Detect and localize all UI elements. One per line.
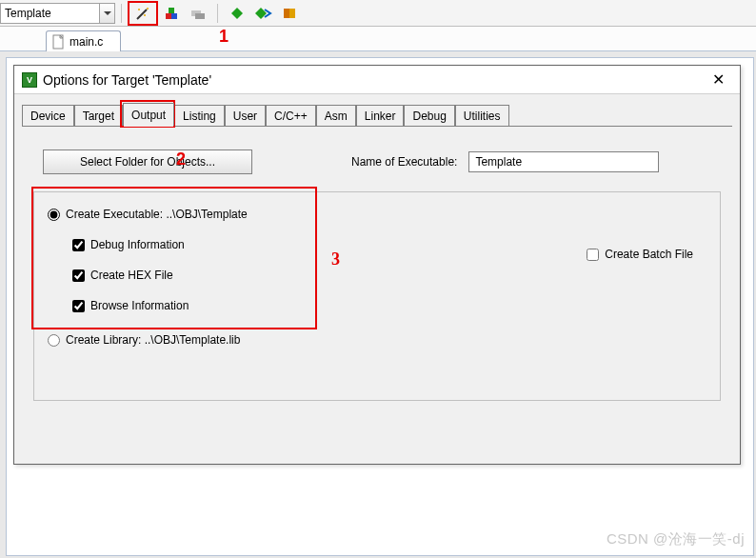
- browse-information-label: Browse Information: [90, 299, 189, 312]
- tab-debug[interactable]: Debug: [404, 105, 454, 126]
- options-for-target-button[interactable]: [128, 1, 158, 26]
- toolbar-separator: [121, 4, 122, 23]
- insert-file-button[interactable]: [228, 4, 247, 23]
- app-icon: V: [22, 72, 37, 88]
- manage-components-button[interactable]: [162, 4, 181, 23]
- svg-point-2: [138, 9, 140, 10]
- annotation-2: 2: [176, 149, 186, 169]
- dialog-tabs: Device Target Output Listing User C/C++ …: [22, 104, 732, 127]
- tab-linker[interactable]: Linker: [356, 105, 405, 126]
- green-diamond-icon: [229, 6, 245, 21]
- manage-rtos-button[interactable]: [189, 4, 208, 23]
- radio-create-executable[interactable]: Create Executable: ..\OBJ\Template: [48, 204, 706, 225]
- tab-device[interactable]: Device: [22, 105, 74, 126]
- magic-wand-icon: [134, 5, 151, 22]
- create-hex-checkbox[interactable]: [72, 269, 85, 282]
- tab-asm[interactable]: Asm: [316, 105, 356, 126]
- green-diamond-arrow-icon: [255, 6, 272, 21]
- close-button[interactable]: ✕: [704, 69, 732, 91]
- target-combo-text: Template: [5, 7, 51, 20]
- svg-point-1: [147, 8, 149, 10]
- editor-area: V Options for Target 'Template' ✕ Device…: [0, 51, 756, 558]
- download-button[interactable]: [281, 4, 300, 23]
- layers-icon: [189, 5, 207, 22]
- file-tab-main-c[interactable]: main.c: [46, 30, 121, 51]
- create-hex-label: Create HEX File: [90, 269, 173, 282]
- create-library-label: Create Library: ..\OBJ\Template.lib: [66, 333, 240, 347]
- dialog-titlebar: V Options for Target 'Template' ✕: [14, 66, 740, 94]
- stacked-blocks-icon: [163, 5, 180, 22]
- output-row1: Select Folder for Objects... Name of Exe…: [43, 149, 721, 174]
- output-group: Create Executable: ..\OBJ\Template Debug…: [33, 191, 721, 401]
- debug-information-label: Debug Information: [90, 238, 185, 251]
- svg-rect-4: [166, 13, 171, 19]
- svg-rect-5: [171, 13, 177, 19]
- tab-utilities[interactable]: Utilities: [455, 105, 509, 126]
- chk-create-batch-file[interactable]: Create Batch File: [587, 248, 693, 261]
- annotation-1: 1: [219, 27, 229, 47]
- create-library-radio[interactable]: [48, 334, 60, 347]
- toolbar-separator: [217, 4, 218, 23]
- file-tab-label: main.c: [70, 35, 103, 49]
- document-icon: [52, 34, 66, 50]
- svg-point-3: [144, 14, 146, 16]
- create-batch-file-label: Create Batch File: [605, 248, 693, 261]
- options-dialog: V Options for Target 'Template' ✕ Device…: [13, 65, 741, 465]
- create-executable-radio[interactable]: [48, 209, 60, 221]
- executable-options: Debug Information Create HEX File Browse…: [72, 234, 706, 316]
- radio-create-library[interactable]: Create Library: ..\OBJ\Template.lib: [48, 329, 706, 350]
- target-combo[interactable]: Template: [0, 3, 100, 24]
- dialog-title: Options for Target 'Template': [43, 72, 211, 88]
- tab-listing[interactable]: Listing: [174, 105, 225, 126]
- annotation-3: 3: [331, 249, 340, 269]
- watermark: CSDN @沧海一笑-dj: [607, 530, 745, 548]
- editor-tabs: main.c: [0, 27, 756, 51]
- configure-flash-button[interactable]: [254, 4, 273, 23]
- svg-rect-6: [169, 8, 174, 13]
- executable-name-input[interactable]: [468, 151, 659, 172]
- tab-output[interactable]: Output: [123, 103, 174, 126]
- main-toolbar: Template 1: [0, 0, 756, 27]
- name-of-executable-label: Name of Executable:: [351, 155, 457, 169]
- svg-rect-8: [195, 13, 205, 19]
- browse-information-checkbox[interactable]: [72, 300, 85, 312]
- debug-information-checkbox[interactable]: [72, 239, 85, 251]
- book-icon: [282, 6, 299, 21]
- chk-create-hex[interactable]: Create HEX File: [72, 265, 706, 286]
- select-folder-button[interactable]: Select Folder for Objects...: [43, 149, 252, 174]
- tab-target[interactable]: Target: [74, 105, 123, 126]
- create-batch-file-checkbox[interactable]: [587, 249, 599, 261]
- tab-cpp[interactable]: C/C++: [266, 105, 316, 126]
- create-executable-label: Create Executable: ..\OBJ\Template: [66, 208, 248, 221]
- chevron-down-icon: [104, 10, 111, 17]
- chk-browse-information[interactable]: Browse Information: [72, 295, 706, 316]
- tab-user[interactable]: User: [225, 105, 266, 126]
- svg-line-0: [137, 10, 147, 19]
- svg-rect-10: [284, 9, 289, 18]
- target-combo-drop[interactable]: [100, 3, 115, 24]
- dialog-body: Select Folder for Objects... Name of Exe…: [22, 134, 732, 412]
